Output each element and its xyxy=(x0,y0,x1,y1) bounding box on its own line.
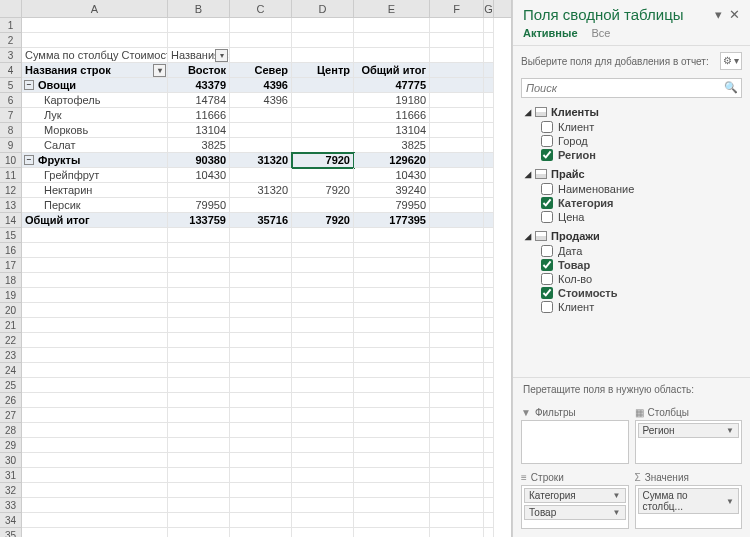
cell-E11[interactable]: 10430 xyxy=(354,168,430,183)
cell-D20[interactable] xyxy=(292,303,354,318)
field-Стоимость[interactable]: Стоимость xyxy=(525,286,742,300)
cell-C34[interactable] xyxy=(230,513,292,528)
field-list[interactable]: ◢КлиентыКлиентГородРегион◢ПрайсНаименова… xyxy=(513,104,750,377)
tab-all[interactable]: Все xyxy=(592,27,611,39)
row-header-22[interactable]: 22 xyxy=(0,333,22,348)
field-group-Продажи[interactable]: ◢Продажи xyxy=(525,228,742,244)
field-Цена[interactable]: Цена xyxy=(525,210,742,224)
zone-tag[interactable]: Категория▼ xyxy=(524,488,626,503)
cell-D26[interactable] xyxy=(292,393,354,408)
row-header-31[interactable]: 31 xyxy=(0,468,22,483)
cell-D27[interactable] xyxy=(292,408,354,423)
cell-D18[interactable] xyxy=(292,273,354,288)
cell-F6[interactable] xyxy=(430,93,484,108)
cell-A28[interactable] xyxy=(22,423,168,438)
cell-A35[interactable] xyxy=(22,528,168,537)
cell-C9[interactable] xyxy=(230,138,292,153)
cell-A20[interactable] xyxy=(22,303,168,318)
cell-C21[interactable] xyxy=(230,318,292,333)
cell-E33[interactable] xyxy=(354,498,430,513)
cell-D23[interactable] xyxy=(292,348,354,363)
cell-B21[interactable] xyxy=(168,318,230,333)
cell-C4[interactable]: Север xyxy=(230,63,292,78)
cell-F22[interactable] xyxy=(430,333,484,348)
cell-C2[interactable] xyxy=(230,33,292,48)
zone-filters[interactable]: ▼Фильтры xyxy=(521,405,629,464)
cell-D1[interactable] xyxy=(292,18,354,33)
field-checkbox[interactable] xyxy=(541,259,553,271)
col-header-G[interactable]: G xyxy=(484,0,494,17)
cell-A32[interactable] xyxy=(22,483,168,498)
cell-A26[interactable] xyxy=(22,393,168,408)
cell-E21[interactable] xyxy=(354,318,430,333)
cell-D31[interactable] xyxy=(292,468,354,483)
cell-B11[interactable]: 10430 xyxy=(168,168,230,183)
cell-G18[interactable] xyxy=(484,273,494,288)
cell-F14[interactable] xyxy=(430,213,484,228)
zone-tag[interactable]: Сумма по столбц...▼ xyxy=(638,488,740,514)
cell-F32[interactable] xyxy=(430,483,484,498)
cell-F18[interactable] xyxy=(430,273,484,288)
cell-D2[interactable] xyxy=(292,33,354,48)
cell-F1[interactable] xyxy=(430,18,484,33)
cell-A7[interactable]: Лук xyxy=(22,108,168,123)
close-icon[interactable]: ✕ xyxy=(726,7,742,22)
cell-D15[interactable] xyxy=(292,228,354,243)
cell-B35[interactable] xyxy=(168,528,230,537)
cell-G15[interactable] xyxy=(484,228,494,243)
field-search[interactable]: 🔍 xyxy=(521,78,742,98)
cell-C14[interactable]: 35716 xyxy=(230,213,292,228)
cell-F31[interactable] xyxy=(430,468,484,483)
cell-F23[interactable] xyxy=(430,348,484,363)
cell-C28[interactable] xyxy=(230,423,292,438)
col-header-C[interactable]: C xyxy=(230,0,292,17)
cell-A13[interactable]: Персик xyxy=(22,198,168,213)
cell-A22[interactable] xyxy=(22,333,168,348)
cell-G9[interactable] xyxy=(484,138,494,153)
cell-C18[interactable] xyxy=(230,273,292,288)
cell-D9[interactable] xyxy=(292,138,354,153)
cell-D29[interactable] xyxy=(292,438,354,453)
cell-A31[interactable] xyxy=(22,468,168,483)
field-checkbox[interactable] xyxy=(541,183,553,195)
cell-B4[interactable]: Восток xyxy=(168,63,230,78)
cell-A8[interactable]: Морковь xyxy=(22,123,168,138)
cell-D12[interactable]: 7920 xyxy=(292,183,354,198)
col-header-B[interactable]: B xyxy=(168,0,230,17)
cell-E16[interactable] xyxy=(354,243,430,258)
field-Дата[interactable]: Дата xyxy=(525,244,742,258)
cell-G16[interactable] xyxy=(484,243,494,258)
cell-G28[interactable] xyxy=(484,423,494,438)
cell-C3[interactable] xyxy=(230,48,292,63)
cell-F34[interactable] xyxy=(430,513,484,528)
cell-F11[interactable] xyxy=(430,168,484,183)
cell-E29[interactable] xyxy=(354,438,430,453)
cell-A21[interactable] xyxy=(22,318,168,333)
cell-D14[interactable]: 7920 xyxy=(292,213,354,228)
cell-C33[interactable] xyxy=(230,498,292,513)
cell-A17[interactable] xyxy=(22,258,168,273)
cell-F30[interactable] xyxy=(430,453,484,468)
row-header-2[interactable]: 2 xyxy=(0,33,22,48)
cell-C23[interactable] xyxy=(230,348,292,363)
cell-D16[interactable] xyxy=(292,243,354,258)
field-checkbox[interactable] xyxy=(541,197,553,209)
cell-C11[interactable] xyxy=(230,168,292,183)
cell-G7[interactable] xyxy=(484,108,494,123)
cell-B8[interactable]: 13104 xyxy=(168,123,230,138)
cell-B30[interactable] xyxy=(168,453,230,468)
cell-B10[interactable]: 90380 xyxy=(168,153,230,168)
cell-E6[interactable]: 19180 xyxy=(354,93,430,108)
cell-G1[interactable] xyxy=(484,18,494,33)
field-Регион[interactable]: Регион xyxy=(525,148,742,162)
cell-E25[interactable] xyxy=(354,378,430,393)
cell-C7[interactable] xyxy=(230,108,292,123)
cell-B24[interactable] xyxy=(168,363,230,378)
cell-D32[interactable] xyxy=(292,483,354,498)
cell-C1[interactable] xyxy=(230,18,292,33)
cell-D25[interactable] xyxy=(292,378,354,393)
cell-E9[interactable]: 3825 xyxy=(354,138,430,153)
field-checkbox[interactable] xyxy=(541,287,553,299)
field-Товар[interactable]: Товар xyxy=(525,258,742,272)
cell-F28[interactable] xyxy=(430,423,484,438)
